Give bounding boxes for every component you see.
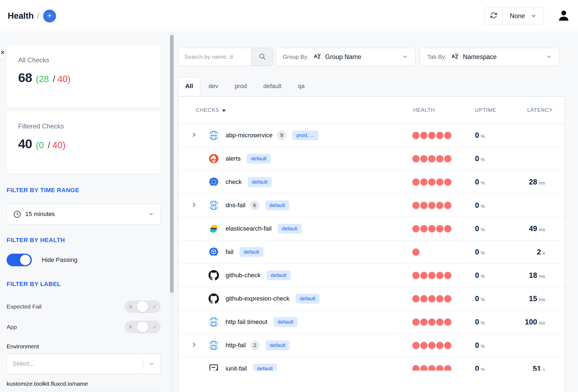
hide-passing-label: Hide Passing [42, 256, 77, 264]
namespace-badge: default [278, 224, 302, 234]
filtered-checks-slash: / [48, 140, 50, 150]
search-button[interactable] [251, 48, 273, 66]
health-dot-unhealthy [428, 365, 435, 371]
uptime-value: 0 [475, 225, 479, 233]
svg-text:A: A [314, 54, 317, 59]
latency-unit: ms [539, 274, 545, 279]
expected-fail-tri-toggle[interactable]: ✕ ✓ [124, 300, 161, 313]
check-name[interactable]: http fail timeout [226, 318, 268, 326]
table-row[interactable]: elasticsearch-fail default 0 % 49 ms [178, 217, 565, 240]
health-dot-unhealthy [412, 225, 419, 232]
table-row[interactable]: www http fail timeout default 0 % 100 ms [178, 310, 565, 334]
app-header: Health / + None [0, 0, 578, 32]
tab-qa[interactable]: qa [290, 77, 313, 95]
group-by-dropdown[interactable]: Group By: A Z Group Name [275, 48, 415, 66]
table-row[interactable]: junit-fail default 0 % 51 s [178, 357, 565, 371]
user-menu-button[interactable] [557, 9, 570, 23]
health-dot-unhealthy [412, 155, 419, 162]
table-row[interactable]: check default 0 % 28 ms [178, 170, 565, 194]
health-dot-unhealthy [436, 178, 443, 186]
check-name[interactable]: check [226, 178, 242, 186]
health-dot-unhealthy [420, 318, 427, 326]
sort-alpha-icon: A Z [451, 53, 460, 61]
health-dots [412, 318, 451, 326]
health-dots [412, 295, 451, 302]
health-dot-unhealthy [436, 202, 443, 209]
latency-unit: ms [539, 227, 545, 233]
check-name[interactable]: fail [226, 248, 234, 256]
interval-dropdown[interactable]: None [503, 8, 544, 24]
check-name[interactable]: dns-fail [226, 202, 246, 209]
namespace-badge: default [247, 154, 271, 164]
namespace-badge: default [296, 294, 319, 304]
filter-time-range-heading: FILTER BY TIME RANGE [7, 187, 161, 194]
uptime-column-header[interactable]: UPTIME [475, 107, 496, 113]
app-tri-toggle[interactable]: ✕ ✓ [124, 321, 161, 333]
check-name[interactable]: alerts [226, 155, 241, 162]
environment-label: Environment [7, 343, 161, 350]
uptime-unit: % [481, 180, 485, 186]
toolbar: Group By: A Z Group Name Tab By: [178, 48, 565, 66]
table-row[interactable]: fail default 0 % 2 s [178, 240, 565, 264]
table-row[interactable]: DNS dns-fail 6 default 0 % [178, 194, 565, 217]
check-name[interactable]: http-fail [226, 342, 246, 349]
check-name[interactable]: github-expresion-check [226, 295, 290, 302]
clock-icon [13, 211, 21, 218]
check-name[interactable]: github-check [226, 272, 261, 279]
all-checks-slash: / [53, 74, 55, 84]
latency-value: 49 [529, 225, 537, 233]
uptime-unit: % [481, 297, 485, 303]
table-header-row: CHECKS HEALTH UPTIME LATENCY [178, 97, 565, 124]
main-scrollbar[interactable] [169, 32, 174, 392]
time-range-select[interactable]: 15 minutes [7, 204, 161, 225]
tab-prod[interactable]: prod [226, 77, 255, 95]
expand-chevron-icon[interactable] [191, 132, 197, 139]
latency-value: 2 [537, 248, 541, 256]
latency-unit: s [543, 250, 545, 256]
latency-column-header[interactable]: LATENCY [527, 107, 553, 113]
refresh-button[interactable] [485, 8, 503, 24]
table-row[interactable]: www abp-microservice 9 prod, ... 0 % [178, 124, 565, 147]
table-row[interactable]: github-check default 0 % 18 ms [178, 264, 565, 287]
expand-chevron-icon[interactable] [191, 342, 197, 349]
filters-sidebar: All Checks 68 (28 / 40) Filtered Checks … [0, 32, 169, 392]
hide-passing-toggle[interactable] [7, 254, 32, 266]
sort-descending-icon [222, 110, 226, 112]
health-dot-unhealthy [436, 295, 443, 302]
table-row[interactable]: github-expresion-check default 0 % 15 ms [178, 287, 565, 310]
check-name[interactable]: elasticsearch-fail [226, 225, 272, 232]
check-name[interactable]: abp-microservice [226, 132, 273, 139]
health-column-header[interactable]: HEALTH [413, 107, 435, 113]
health-dots [412, 178, 451, 186]
check-name[interactable]: junit-fail [226, 365, 247, 371]
scrollbar-thumb[interactable] [170, 35, 174, 293]
expand-chevron-icon[interactable] [191, 202, 197, 209]
tab-default[interactable]: default [255, 77, 290, 95]
health-dot-unhealthy [436, 155, 443, 162]
uptime-value: 0 [475, 365, 479, 371]
table-row[interactable]: www http-fail 2 default 0 % [178, 334, 565, 357]
exclude-icon: ✕ [128, 304, 133, 310]
health-dot-unhealthy [428, 202, 435, 209]
search-input[interactable] [178, 48, 251, 66]
health-dots [412, 225, 451, 232]
namespace-badge: default [267, 270, 291, 280]
all-checks-total: 68 [18, 70, 32, 85]
tab-by-dropdown[interactable]: Tab By: A Z Namespace [420, 48, 559, 66]
table-row[interactable]: alerts default 0 % [178, 147, 565, 170]
all-checks-failing: 40) [57, 74, 71, 84]
tab-all[interactable]: All [178, 77, 200, 95]
tab-dev[interactable]: dev [200, 77, 226, 95]
namespace-badge: default [240, 247, 263, 257]
kustomize-name-select[interactable]: Select... [7, 391, 161, 392]
environment-select[interactable]: Select... [7, 354, 161, 374]
select-placeholder: Select... [12, 360, 34, 367]
health-dot-unhealthy [428, 155, 435, 162]
github-icon [209, 293, 219, 304]
health-dot-unhealthy [420, 155, 427, 162]
health-dot-unhealthy [444, 272, 451, 279]
checks-column-header[interactable]: CHECKS [196, 107, 219, 113]
all-checks-passing: (28 [36, 74, 49, 84]
health-dot-unhealthy [436, 272, 443, 279]
add-check-button[interactable]: + [43, 10, 56, 23]
